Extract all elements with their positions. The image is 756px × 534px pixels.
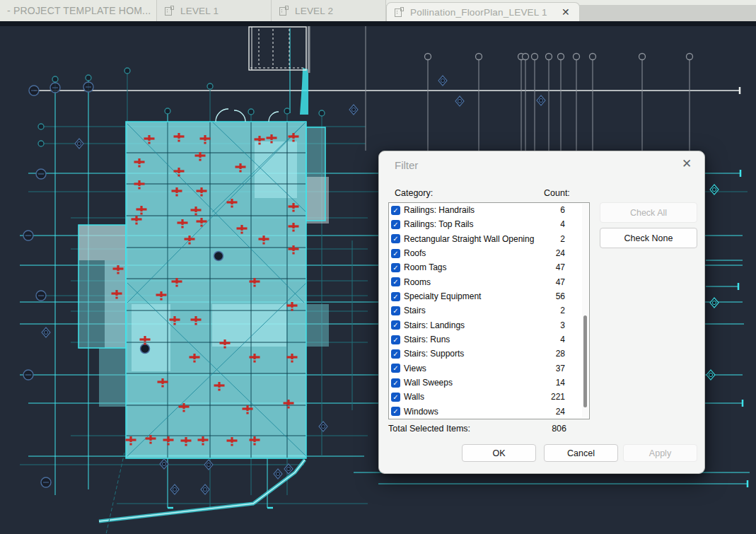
category-row[interactable]: ✓Stairs2 — [389, 303, 581, 318]
red-marker[interactable] — [239, 163, 241, 169]
red-marker[interactable] — [138, 187, 140, 190]
red-marker[interactable] — [292, 245, 294, 251]
red-marker[interactable] — [218, 389, 220, 391]
category-checkbox[interactable]: ✓ — [391, 263, 400, 272]
category-row[interactable]: ✓Roofs24 — [389, 246, 581, 260]
red-marker[interactable] — [231, 199, 233, 204]
callout-node-icon[interactable] — [141, 344, 150, 354]
red-marker[interactable] — [253, 354, 255, 359]
red-marker[interactable] — [199, 152, 201, 158]
red-marker[interactable] — [292, 230, 294, 232]
red-marker[interactable] — [193, 361, 195, 363]
red-marker[interactable] — [223, 339, 226, 345]
category-row[interactable]: ✓Room Tags47 — [389, 260, 581, 274]
category-checkbox[interactable]: ✓ — [391, 407, 400, 416]
red-marker[interactable] — [144, 336, 146, 342]
red-marker[interactable] — [200, 187, 202, 193]
red-marker[interactable] — [292, 203, 294, 209]
red-marker[interactable] — [175, 285, 178, 287]
red-marker[interactable] — [173, 316, 175, 322]
red-marker[interactable] — [240, 232, 243, 234]
category-row[interactable]: ✓Windows24 — [389, 405, 581, 419]
category-row[interactable]: ✓Walls221 — [389, 390, 581, 404]
red-marker[interactable] — [140, 206, 142, 211]
red-marker[interactable] — [140, 213, 142, 215]
red-marker[interactable] — [218, 382, 220, 388]
red-marker[interactable] — [292, 253, 294, 255]
red-marker[interactable] — [149, 442, 151, 444]
category-checkbox[interactable]: ✓ — [391, 249, 400, 258]
category-checkbox[interactable]: ✓ — [391, 306, 400, 315]
red-marker[interactable] — [199, 159, 201, 161]
category-checkbox[interactable]: ✓ — [391, 364, 400, 373]
red-marker[interactable] — [291, 309, 293, 311]
red-marker[interactable] — [173, 323, 175, 325]
category-checkbox[interactable]: ✓ — [391, 335, 400, 344]
red-marker[interactable] — [135, 216, 137, 221]
red-marker[interactable] — [258, 136, 260, 141]
red-marker[interactable] — [178, 168, 180, 173]
category-row[interactable]: ✓Stairs: Supports28 — [389, 347, 581, 361]
red-marker[interactable] — [175, 278, 178, 284]
red-marker[interactable] — [239, 170, 241, 173]
selection-fill[interactable] — [105, 260, 126, 348]
red-marker[interactable] — [223, 347, 226, 349]
red-marker[interactable] — [240, 225, 243, 231]
close-icon[interactable]: ✕ — [679, 156, 694, 172]
category-row[interactable]: ✓Stairs: Landings3 — [389, 318, 581, 332]
category-checkbox[interactable]: ✓ — [391, 320, 400, 330]
red-marker[interactable] — [148, 135, 150, 141]
category-checkbox[interactable]: ✓ — [391, 277, 400, 286]
category-row[interactable]: ✓Views37 — [389, 361, 581, 376]
red-marker[interactable] — [246, 412, 248, 414]
red-marker[interactable] — [182, 410, 185, 412]
red-marker[interactable] — [200, 218, 202, 224]
red-marker[interactable] — [175, 195, 178, 197]
selection-fill[interactable] — [255, 141, 297, 198]
category-row[interactable]: ✓Specialty Equipment56 — [389, 289, 581, 303]
category-checkbox[interactable]: ✓ — [391, 292, 400, 301]
red-marker[interactable] — [161, 378, 163, 384]
tab-level-1[interactable]: LEVEL 1 — [157, 0, 272, 21]
red-marker[interactable] — [115, 290, 117, 296]
red-marker[interactable] — [292, 210, 294, 212]
red-marker[interactable] — [182, 403, 185, 409]
red-marker[interactable] — [188, 243, 190, 245]
red-marker[interactable] — [194, 316, 197, 322]
red-marker[interactable] — [181, 219, 183, 225]
red-marker[interactable] — [202, 436, 204, 442]
category-checkbox[interactable]: ✓ — [391, 220, 400, 229]
red-marker[interactable] — [291, 302, 293, 308]
red-marker[interactable] — [200, 195, 202, 197]
scrollbar-thumb[interactable] — [583, 315, 587, 407]
ok-button[interactable]: OK — [462, 444, 536, 462]
red-marker[interactable] — [167, 443, 169, 446]
red-marker[interactable] — [129, 436, 132, 442]
red-marker[interactable] — [161, 385, 163, 388]
red-marker[interactable] — [291, 361, 293, 363]
red-marker[interactable] — [253, 436, 255, 442]
red-marker[interactable] — [194, 214, 197, 216]
selection-fill[interactable] — [306, 304, 329, 347]
red-marker[interactable] — [181, 226, 183, 228]
red-marker[interactable] — [270, 141, 272, 144]
red-marker[interactable] — [129, 443, 132, 446]
category-checkbox[interactable]: ✓ — [391, 349, 400, 359]
callout-node-icon[interactable] — [214, 252, 223, 261]
tab-level-2[interactable]: LEVEL 2 — [272, 0, 386, 21]
category-checkbox[interactable]: ✓ — [391, 206, 400, 215]
close-tab-icon[interactable]: ✕ — [559, 6, 572, 18]
red-marker[interactable] — [253, 443, 255, 446]
category-checkbox[interactable]: ✓ — [391, 393, 400, 402]
red-marker[interactable] — [188, 236, 190, 241]
category-row[interactable]: ✓Rooms47 — [389, 275, 581, 289]
dialog-titlebar[interactable] — [379, 151, 704, 177]
red-marker[interactable] — [258, 143, 260, 145]
red-marker[interactable] — [287, 400, 289, 405]
red-marker[interactable] — [160, 298, 162, 301]
category-checkbox[interactable]: ✓ — [391, 378, 400, 388]
category-row[interactable]: ✓Rectangular Straight Wall Opening2 — [389, 232, 581, 246]
red-marker[interactable] — [160, 291, 162, 297]
selection-fill[interactable] — [132, 304, 170, 371]
red-marker[interactable] — [178, 175, 180, 177]
